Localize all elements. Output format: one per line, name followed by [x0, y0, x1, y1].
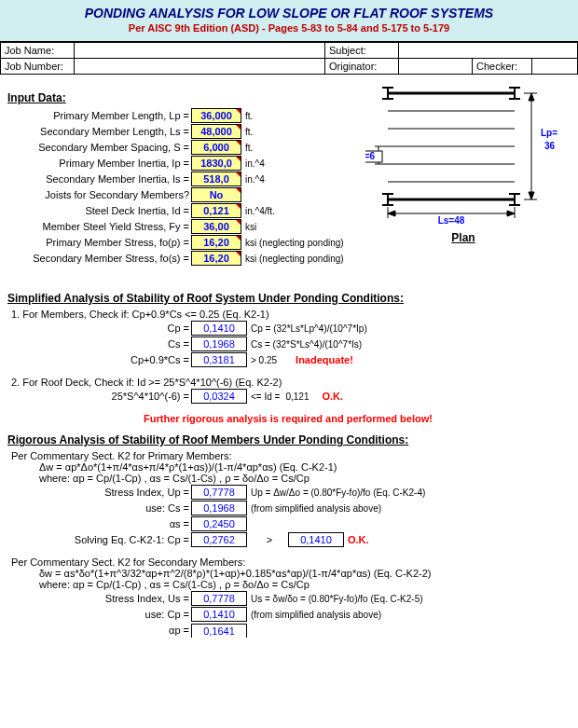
cs-value: 0,1968 — [191, 337, 247, 351]
fop-label: Primary Member Stress, fo(p) = — [7, 237, 191, 248]
fos-unit: ksi (neglecting ponding) — [245, 254, 344, 264]
rig-shead: Per Commentary Sect. K2 for Secondary Me… — [11, 556, 569, 568]
usecp-label: use: Cp = — [7, 609, 191, 620]
sum-value: 0,3181 — [191, 352, 247, 367]
us-value: 0,7778 — [191, 591, 247, 606]
fop-value[interactable]: 16,20 — [191, 235, 241, 250]
fy-label: Member Steel Yield Stress, Fy = — [7, 221, 191, 232]
meta-subject-lbl: Subject: — [325, 43, 399, 59]
us-note: Us = δw/δo = (0.80*Fy-fo)/fo (Eq. C-K2-5… — [251, 594, 423, 604]
rig-seq: δw = αs*δo*(1+π^3/32*αp+π^2/(8*ρ)*(1+αp)… — [11, 568, 569, 579]
is-unit: in.^4 — [245, 174, 265, 185]
cp-note: Cp = (32*Ls*Lp^4)/(10^7*Ip) — [251, 323, 367, 334]
up-value: 0,7778 — [191, 485, 247, 500]
meta-subject-val[interactable] — [399, 43, 578, 59]
lp-unit: ft. — [245, 111, 253, 121]
plan-label: Plan — [365, 231, 561, 244]
id-label: Steel Deck Inertia, Id = — [7, 205, 191, 216]
meta-table: Job Name: Subject: Job Number: Originato… — [0, 42, 578, 75]
plan-diagram: S=6 Lp= 36 Ls=48 Plan — [365, 78, 561, 246]
meta-checker-val[interactable] — [532, 59, 578, 75]
solve-cmp: > — [251, 534, 288, 545]
rig-peq: Δw = αp*Δo*(1+π/4*αs+π/4*ρ*(1+αs))/(1-π/… — [11, 461, 569, 473]
section-simplified: Simplified Analysis of Stability of Roof… — [7, 292, 569, 305]
s-label: Secondary Member Spacing, S = — [7, 142, 191, 153]
dim-lp1: Lp= — [541, 128, 557, 138]
cp-value: 0,1410 — [191, 321, 247, 336]
meta-jobnum-val[interactable] — [75, 59, 325, 75]
simp-line2: 2. For Roof Deck, Check if: Id >= 25*S^4… — [11, 377, 569, 388]
usecp-value: 0,1410 — [191, 607, 247, 622]
ls-unit: ft. — [245, 127, 253, 137]
fy-unit: ksi — [245, 222, 256, 232]
cs-note: Cs = (32*S*Ls^4)/(10^7*Is) — [251, 339, 362, 350]
sum-cmp: > 0.25 — [251, 355, 277, 365]
cs-label: Cs = — [7, 338, 191, 350]
is-label: Secondary Member Inertia, Is = — [7, 173, 191, 185]
dim-ls: Ls=48 — [438, 215, 465, 226]
fos-label: Secondary Member Stress, fo(s) = — [7, 253, 191, 264]
svg-marker-30 — [388, 211, 395, 216]
meta-orig-val[interactable] — [399, 59, 473, 75]
usecs-value: 0,1968 — [191, 501, 247, 515]
ip-unit: in.^4 — [245, 158, 265, 169]
ip-value[interactable]: 1830,0 — [191, 156, 241, 171]
plan-svg: S=6 Lp= 36 Ls=48 — [365, 78, 561, 227]
ls-label: Secondary Member Length, Ls = — [7, 126, 191, 137]
usecs-note: (from simplified analysis above) — [251, 503, 381, 514]
solve-status: O.K. — [348, 534, 369, 545]
is-value[interactable]: 518,0 — [191, 172, 241, 186]
as-label: αs = — [7, 518, 191, 529]
idcalc-cmp: <= Id = — [251, 391, 280, 402]
idcalc-ref: 0,121 — [285, 391, 309, 402]
ap-label: αp = — [7, 625, 191, 636]
usecs-label: use: Cs = — [7, 502, 191, 514]
solve-label: Solving Eq. C-K2-1: Cp = — [7, 534, 191, 545]
idcalc-value: 0,0324 — [191, 389, 247, 404]
idcalc-label: 25*S^4*10^(-6) = — [7, 391, 191, 402]
title-main: PONDING ANALYSIS FOR LOW SLOPE OR FLAT R… — [4, 6, 574, 21]
sum-status: Inadequate! — [296, 354, 353, 365]
ls-value[interactable]: 48,000 — [191, 124, 241, 139]
up-label: Stress Index, Up = — [7, 487, 191, 498]
meta-jobname-lbl: Job Name: — [1, 43, 75, 59]
content-area: Input Data: — [0, 75, 578, 642]
usecp-note: (from simplified analysis above) — [251, 610, 381, 620]
as-value: 0,2450 — [191, 516, 247, 531]
solve-ref: 0,1410 — [288, 532, 344, 547]
svg-marker-26 — [529, 192, 534, 199]
joist-value[interactable]: No — [191, 187, 241, 202]
section-rigorous: Rigorous Analysis of Stability of Roof M… — [7, 433, 569, 446]
fos-value[interactable]: 16,20 — [191, 251, 241, 266]
s-value[interactable]: 6,000 — [191, 140, 241, 155]
us-label: Stress Index, Us = — [7, 593, 191, 604]
svg-marker-31 — [507, 211, 515, 216]
meta-orig-lbl: Originator: — [325, 59, 399, 75]
rig-pwhere: where: αp = Cp/(1-Cp) , αs = Cs/(1-Cs) ,… — [11, 473, 569, 484]
s-unit: ft. — [245, 143, 253, 153]
idcalc-status: O.K. — [322, 391, 343, 402]
lp-label: Primary Member Length, Lp = — [7, 110, 191, 121]
ip-label: Primary Member Inertia, Ip = — [7, 158, 191, 169]
joist-label: Joists for Secondary Members? — [7, 189, 191, 200]
meta-checker-lbl: Checker: — [473, 59, 532, 75]
up-note: Up = Δw/Δo = (0.80*Fy-fo)/fo (Eq. C-K2-4… — [251, 488, 425, 498]
rig-phead: Per Commentary Sect. K2 for Primary Memb… — [11, 450, 569, 461]
meta-jobnum-lbl: Job Number: — [1, 59, 75, 75]
dim-lp2: 36 — [544, 141, 556, 151]
page-header: PONDING ANALYSIS FOR LOW SLOPE OR FLAT R… — [0, 0, 578, 42]
sum-label: Cp+0.9*Cs = — [7, 354, 191, 365]
lp-value[interactable]: 36,000 — [191, 108, 241, 123]
cp-label: Cp = — [7, 323, 191, 334]
fop-unit: ksi (neglecting ponding) — [245, 238, 344, 248]
solve-value: 0,2762 — [191, 532, 247, 547]
ap-value: 0,1641 — [191, 624, 247, 638]
svg-marker-25 — [529, 93, 534, 101]
title-sub: Per AISC 9th Edition (ASD) - Pages 5-83 … — [4, 22, 574, 34]
fy-value[interactable]: 36,00 — [191, 219, 241, 234]
meta-jobname-val[interactable] — [75, 43, 325, 59]
id-unit: in.^4/ft. — [245, 206, 275, 216]
rig-swhere: where: αp = Cp/(1-Cp) , αs = Cs/(1-Cs) ,… — [11, 579, 569, 590]
id-value[interactable]: 0,121 — [191, 203, 241, 218]
simp-line1: 1. For Members, Check if: Cp+0.9*Cs <= 0… — [11, 309, 569, 320]
